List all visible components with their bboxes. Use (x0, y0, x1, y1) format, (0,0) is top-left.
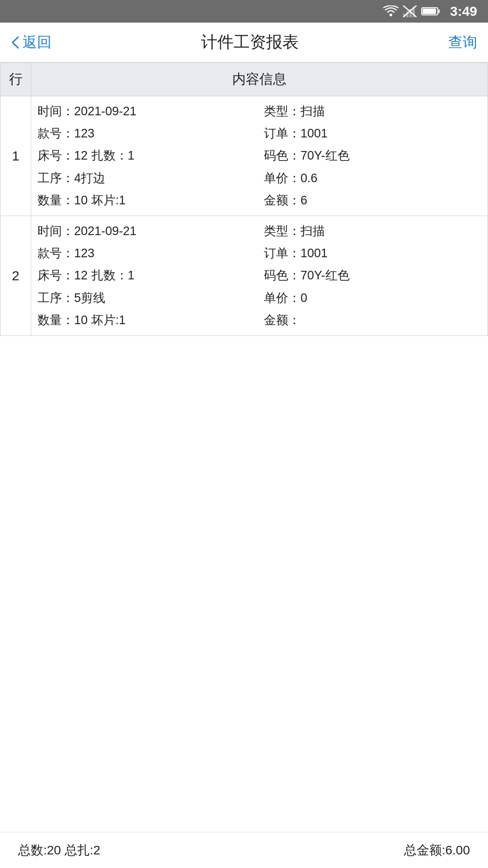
back-button[interactable]: 返回 (11, 33, 52, 52)
status-time: 3:49 (450, 4, 477, 19)
content-line: 款号：123 (38, 244, 255, 263)
row-content: 时间：2021-09-21款号：123床号：12 扎数：1工序：5剪线数量：10… (31, 216, 488, 335)
content-line: 金额：6 (264, 191, 481, 210)
content-line: 时间：2021-09-21 (38, 102, 255, 121)
content-line: 数量：10 坏片:1 (38, 191, 255, 210)
content-line: 数量：10 坏片:1 (38, 311, 255, 330)
svg-rect-9 (438, 9, 440, 13)
row-number: 1 (0, 96, 31, 216)
content-line: 工序：4打边 (38, 169, 255, 188)
content-right: 类型：扫描订单：1001码色：70Y-红色单价：0金额： (255, 222, 481, 330)
content-line: 款号：123 (38, 124, 255, 143)
col-header-content: 内容信息 (31, 63, 488, 96)
page-title: 计件工资报表 (201, 31, 299, 53)
content-line: 类型：扫描 (264, 102, 481, 121)
content-line: 床号：12 扎数：1 (38, 266, 255, 285)
nav-bar: 返回 计件工资报表 查询 (0, 23, 488, 62)
content-line: 码色：70Y-红色 (264, 266, 481, 285)
row-number: 2 (0, 216, 31, 335)
table-row: 1时间：2021-09-21款号：123床号：12 扎数：1工序：4打边数量：1… (0, 96, 488, 216)
footer-bar: 总数:20 总扎:2 总金额:6.00 (0, 832, 488, 868)
table-header-row: 行 内容信息 (0, 63, 488, 96)
status-bar: 3:49 (0, 0, 488, 23)
content-line: 订单：1001 (264, 244, 481, 263)
content-line: 类型：扫描 (264, 222, 481, 241)
content-line: 金额： (264, 311, 481, 330)
battery-icon (421, 6, 440, 16)
content-line: 工序：5剪线 (38, 288, 255, 308)
back-chevron-icon (11, 35, 20, 50)
data-table: 行 内容信息 1时间：2021-09-21款号：123床号：12 扎数：1工序：… (0, 62, 488, 336)
back-label: 返回 (23, 33, 52, 52)
content-line: 订单：1001 (264, 124, 481, 143)
content-left: 时间：2021-09-21款号：123床号：12 扎数：1工序：4打边数量：10… (38, 102, 255, 210)
content-line: 单价：0 (264, 288, 481, 308)
signal-icon (403, 5, 417, 17)
status-icons: 3:49 (383, 4, 477, 19)
content-line: 床号：12 扎数：1 (38, 146, 255, 165)
content-left: 时间：2021-09-21款号：123床号：12 扎数：1工序：5剪线数量：10… (38, 222, 255, 330)
row-content: 时间：2021-09-21款号：123床号：12 扎数：1工序：4打边数量：10… (31, 96, 488, 216)
content-right: 类型：扫描订单：1001码色：70Y-红色单价：0.6金额：6 (255, 102, 481, 210)
footer-total-count: 总数:20 总扎:2 (18, 842, 100, 859)
col-header-row: 行 (0, 63, 31, 96)
main-table-container: 行 内容信息 1时间：2021-09-21款号：123床号：12 扎数：1工序：… (0, 62, 488, 832)
table-row: 2时间：2021-09-21款号：123床号：12 扎数：1工序：5剪线数量：1… (0, 216, 488, 335)
query-button[interactable]: 查询 (448, 33, 477, 52)
footer-total-amount: 总金额:6.00 (404, 842, 470, 859)
wifi-icon (383, 5, 399, 17)
content-line: 码色：70Y-红色 (264, 146, 481, 165)
content-line: 单价：0.6 (264, 169, 481, 188)
svg-rect-8 (422, 9, 436, 14)
content-line: 时间：2021-09-21 (38, 222, 255, 241)
svg-point-0 (389, 14, 392, 16)
